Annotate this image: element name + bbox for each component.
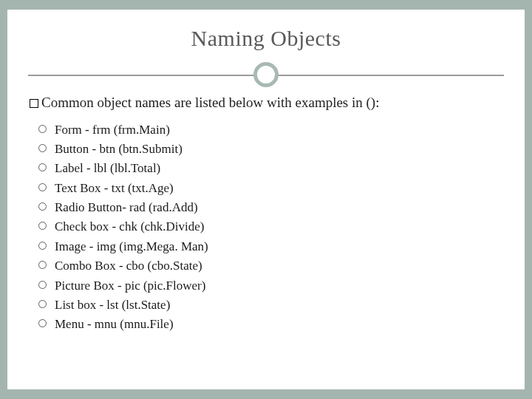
list-item: Text Box - txt (txt.Age) [55,179,504,198]
list-item: Check box - chk (chk.Divide) [55,217,504,236]
divider-circle-icon [253,62,279,87]
intro-content: Common object names are listed below wit… [41,95,379,110]
list-item: Picture Box - pic (pic.Flower) [55,276,504,296]
list-item: Menu - mnu (mnu.File) [55,315,504,334]
list-item: Label - lbl (lbl.Total) [55,159,504,178]
list-item: Combo Box - cbo (cbo.State) [55,256,504,276]
list-item: Image - img (img.Mega. Man) [55,237,504,256]
page-title: Naming Objects [28,26,504,51]
object-name-list: Form - frm (frm.Main) Button - btn (btn.… [28,120,504,335]
intro-text: Common object names are listed below wit… [30,94,504,112]
list-item: Form - frm (frm.Main) [55,120,504,140]
list-item: Radio Button- rad (rad.Add) [55,198,504,217]
list-item: List box - lst (lst.State) [55,296,504,315]
list-item: Button - btn (btn.Submit) [55,140,504,159]
slide: Naming Objects Common object names are l… [7,10,525,389]
square-bullet-icon [30,99,38,108]
divider [28,61,504,88]
